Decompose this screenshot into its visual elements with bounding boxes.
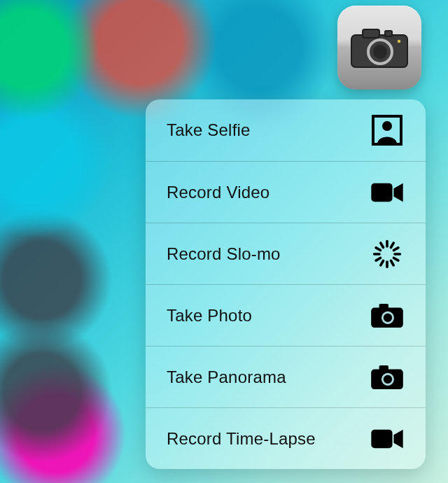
quick-actions-menu: Take Selfie Record Video Record Slo-mo — [146, 99, 426, 469]
selfie-icon — [368, 111, 406, 149]
svg-line-17 — [376, 258, 380, 260]
camera-icon-sm — [368, 358, 406, 396]
menu-item-label: Record Time-Lapse — [167, 429, 316, 449]
svg-line-20 — [381, 243, 384, 247]
video-icon — [368, 420, 406, 458]
menu-item-take-panorama[interactable]: Take Panorama — [146, 346, 426, 407]
menu-item-take-photo[interactable]: Take Photo — [146, 284, 426, 346]
home-screen-blurred-bg: Take Selfie Record Video Record Slo-mo — [0, 0, 448, 483]
svg-line-16 — [381, 260, 384, 265]
svg-point-4 — [373, 45, 387, 59]
svg-line-13 — [394, 258, 398, 260]
svg-rect-29 — [371, 369, 403, 389]
svg-rect-8 — [371, 183, 392, 201]
menu-item-label: Take Selfie — [167, 120, 251, 140]
menu-item-record-slomo[interactable]: Record Slo-mo — [146, 223, 426, 284]
menu-item-label: Record Slo-mo — [167, 244, 281, 264]
menu-item-record-timelapse[interactable]: Record Time-Lapse — [146, 407, 426, 469]
camera-icon — [350, 27, 409, 69]
menu-item-take-selfie[interactable]: Take Selfie — [146, 99, 426, 161]
menu-item-label: Record Video — [167, 183, 270, 202]
menu-item-record-video[interactable]: Record Video — [146, 161, 426, 223]
svg-rect-32 — [371, 429, 392, 447]
svg-rect-30 — [379, 365, 388, 370]
svg-point-7 — [382, 121, 392, 131]
camera-icon-sm — [368, 297, 406, 335]
camera-app-icon[interactable] — [337, 6, 421, 90]
svg-rect-1 — [363, 29, 379, 38]
video-icon — [368, 174, 406, 211]
svg-rect-22 — [379, 303, 388, 309]
svg-line-14 — [391, 260, 394, 265]
svg-point-5 — [398, 40, 400, 43]
svg-rect-2 — [385, 31, 392, 36]
menu-item-label: Take Panorama — [167, 368, 286, 387]
svg-line-11 — [394, 247, 398, 250]
svg-line-10 — [391, 243, 394, 247]
menu-item-label: Take Photo — [167, 306, 252, 326]
svg-line-19 — [376, 247, 380, 250]
slomo-icon — [368, 235, 406, 273]
